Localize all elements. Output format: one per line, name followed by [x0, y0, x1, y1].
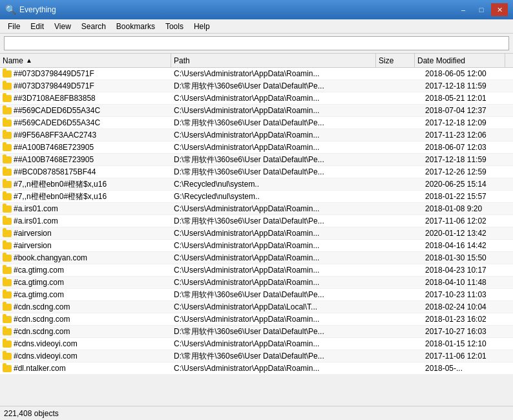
menu-item-view[interactable]: View: [49, 21, 76, 32]
table-row[interactable]: #cdns.videoyi.comD:\常用软件\360se6\User Dat…: [0, 350, 513, 362]
col-header-path[interactable]: Path: [171, 54, 376, 67]
cell-path: C:\Users\Administrator\AppData\Local\T..…: [171, 301, 384, 313]
maximize-button[interactable]: □: [473, 3, 490, 16]
cell-date: 2018-02-24 10:04: [423, 301, 513, 313]
cell-path: D:\常用软件\360se6\User Data\Default\Pe...: [171, 289, 384, 300]
table-body[interactable]: ##073D3798449D571FC:\Users\Administrator…: [0, 68, 513, 406]
cell-name: #cdns.videoyi.com: [0, 338, 171, 350]
cell-date: 2018-04-23 10:17: [423, 264, 513, 276]
cell-path: C:\Users\Administrator\AppData\Roamin...: [171, 142, 384, 153]
search-input[interactable]: [4, 36, 509, 50]
cell-path: C:\Users\Administrator\AppData\Roamin...: [171, 240, 384, 251]
cell-name: #7,,n橙橙ebn0#橙猪$x,u16: [0, 191, 171, 202]
cell-size: [384, 264, 423, 276]
cell-path: C:\Users\Administrator\AppData\Roamin...: [171, 227, 384, 239]
table-row[interactable]: ##BC0D87858175BF44D:\常用软件\360se6\User Da…: [0, 166, 513, 178]
table-row[interactable]: ##A100B7468E723905D:\常用软件\360se6\User Da…: [0, 154, 513, 166]
table-row[interactable]: ##569CADED6D55A34CD:\常用软件\360se6\User Da…: [0, 117, 513, 129]
cell-size: [384, 92, 423, 104]
cell-name: #a.irs01.com: [0, 203, 171, 215]
table-row[interactable]: #a.irs01.comC:\Users\Administrator\AppDa…: [0, 203, 513, 215]
cell-name: #7,,n橙橙ebn0#橙猪$x,u16: [0, 178, 171, 190]
cell-date: 2018-06-05 12:00: [423, 68, 513, 79]
close-button[interactable]: ✕: [491, 3, 508, 16]
file-name: #cdns.videoyi.com: [14, 339, 78, 348]
cell-name: ##073D3798449D571F: [0, 68, 171, 79]
table-row[interactable]: #a.irs01.comD:\常用软件\360se6\User Data\Def…: [0, 215, 513, 227]
table-row[interactable]: #7,,n橙橙ebn0#橙猪$x,u16G:\Recycled\nul\syst…: [0, 191, 513, 203]
table-row[interactable]: #dl.ntalker.comC:\Users\Administrator\Ap…: [0, 362, 513, 375]
table-row[interactable]: ##A100B7468E723905C:\Users\Administrator…: [0, 142, 513, 154]
folder-icon: [3, 132, 12, 139]
file-name: #ca.gtimg.com: [14, 290, 64, 299]
table-row[interactable]: #cdn.scdng.comD:\常用软件\360se6\User Data\D…: [0, 326, 513, 338]
cell-path: C:\Users\Administrator\AppData\Roamin...: [171, 129, 384, 141]
cell-name: ##BC0D87858175BF44: [0, 166, 171, 178]
col-header-name[interactable]: Name ▲: [0, 54, 171, 67]
cell-path: D:\常用软件\360se6\User Data\Default\Pe...: [171, 80, 384, 92]
table-row[interactable]: #cdns.videoyi.comC:\Users\Administrator\…: [0, 338, 513, 350]
table-row[interactable]: #ca.gtimg.comC:\Users\Administrator\AppD…: [0, 277, 513, 289]
menu-item-file[interactable]: File: [3, 21, 25, 32]
cell-path: C:\Users\Administrator\AppData\Roamin...: [171, 252, 384, 264]
cell-path: C:\Users\Administrator\AppData\Roamin...: [171, 362, 384, 374]
cell-name: ##A100B7468E723905: [0, 142, 171, 153]
cell-name: ##9F56A8FF3AAC2743: [0, 129, 171, 141]
table-row[interactable]: #airversionC:\Users\Administrator\AppDat…: [0, 227, 513, 240]
cell-path: C:\Users\Administrator\AppData\Roamin...: [171, 105, 384, 116]
table-row[interactable]: ##073D3798449D571FC:\Users\Administrator…: [0, 68, 513, 80]
menu-item-edit[interactable]: Edit: [25, 21, 49, 32]
cell-path: C:\Users\Administrator\AppData\Roamin...: [171, 264, 384, 276]
table-row[interactable]: ##3D7108AE8FB83858C:\Users\Administrator…: [0, 92, 513, 105]
table-row[interactable]: #7,,n橙橙ebn0#橙猪$x,u16C:\Recycled\nul\syst…: [0, 178, 513, 191]
file-name: #ca.gtimg.com: [14, 278, 64, 287]
folder-icon: [3, 181, 12, 188]
file-name: #cdn.scdng.com: [14, 302, 70, 311]
table-row[interactable]: ##569CADED6D55A34CC:\Users\Administrator…: [0, 105, 513, 117]
table-row[interactable]: ##9F56A8FF3AAC2743C:\Users\Administrator…: [0, 129, 513, 142]
menu-item-bookmarks[interactable]: Bookmarks: [111, 21, 160, 32]
table-row[interactable]: #airversionC:\Users\Administrator\AppDat…: [0, 240, 513, 252]
cell-size: [384, 178, 423, 190]
file-name: ##BC0D87858175BF44: [14, 167, 96, 176]
folder-icon: [3, 205, 12, 213]
cell-date: 2017-11-06 12:01: [423, 350, 513, 362]
minimize-button[interactable]: –: [455, 3, 472, 16]
sort-arrow-icon: ▲: [26, 57, 32, 64]
cell-date: 2017-10-23 11:03: [423, 289, 513, 300]
menu-item-help[interactable]: Help: [189, 21, 215, 32]
cell-date: 2017-12-18 11:59: [423, 80, 513, 92]
table-row[interactable]: ##073D3798449D571FD:\常用软件\360se6\User Da…: [0, 80, 513, 92]
cell-path: D:\常用软件\360se6\User Data\Default\Pe...: [171, 154, 384, 165]
status-bar: 221,408 objects: [0, 406, 513, 420]
cell-path: D:\常用软件\360se6\User Data\Default\Pe...: [171, 215, 384, 227]
file-name: #book.changyan.com: [14, 253, 87, 262]
file-name: ##569CADED6D55A34C: [14, 118, 100, 127]
cell-date: 2018-06-07 12:03: [423, 142, 513, 153]
folder-icon: [3, 120, 12, 127]
col-header-size[interactable]: Size: [376, 54, 415, 67]
table-row[interactable]: #cdn.scdng.comC:\Users\Administrator\App…: [0, 301, 513, 313]
cell-name: #cdn.scdng.com: [0, 326, 171, 337]
file-name: ##073D3798449D571F: [14, 81, 94, 90]
folder-icon: [3, 242, 12, 249]
cell-name: #dl.ntalker.com: [0, 362, 171, 374]
window-title: Everything: [19, 5, 455, 14]
menu-item-search[interactable]: Search: [76, 21, 111, 32]
col-header-date[interactable]: Date Modified: [415, 54, 505, 67]
menu-item-tools[interactable]: Tools: [160, 21, 189, 32]
cell-size: [384, 80, 423, 92]
table-row[interactable]: #ca.gtimg.comD:\常用软件\360se6\User Data\De…: [0, 289, 513, 301]
folder-icon: [3, 365, 12, 372]
file-name: #cdn.scdng.com: [14, 327, 70, 336]
cell-date: 2018-05-21 12:01: [423, 92, 513, 104]
folder-icon: [3, 193, 12, 200]
cell-size: [384, 117, 423, 129]
cell-size: [384, 215, 423, 227]
table-row[interactable]: #book.changyan.comC:\Users\Administrator…: [0, 252, 513, 264]
cell-size: [384, 313, 423, 325]
cell-size: [384, 326, 423, 337]
table-row[interactable]: #ca.gtimg.comC:\Users\Administrator\AppD…: [0, 264, 513, 277]
file-name: ##A100B7468E723905: [14, 155, 94, 164]
table-row[interactable]: #cdn.scdng.comC:\Users\Administrator\App…: [0, 313, 513, 326]
